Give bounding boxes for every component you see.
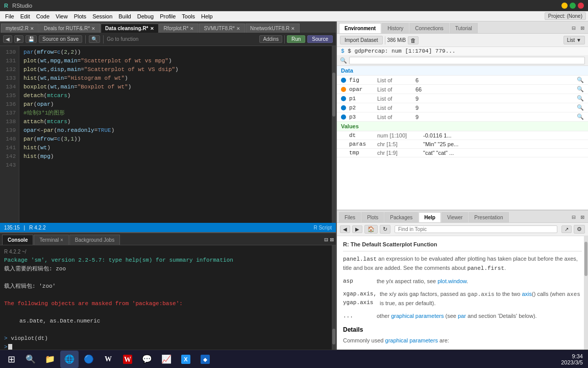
taskbar-app-6[interactable]: ◆ [196, 351, 214, 368]
code-scrollbar[interactable] [332, 46, 336, 223]
run-btn[interactable]: Run [287, 35, 305, 43]
env-search-input[interactable] [349, 57, 585, 64]
taskbar-app-2[interactable]: W [99, 351, 117, 368]
help-link-graphical-params-2[interactable]: graphical parameters [385, 337, 438, 343]
console-scrollbar[interactable] [332, 245, 336, 350]
menu-code[interactable]: Code [33, 13, 53, 19]
env-row-p3[interactable]: p3 List of 9 🔍 [337, 112, 588, 122]
list-view-btn[interactable]: List ▼ [564, 36, 585, 44]
search-btn[interactable]: 🔍 [89, 35, 100, 43]
help-search-input[interactable] [395, 225, 557, 233]
import-dataset-btn[interactable]: Import Dataset [340, 36, 383, 44]
app-title: RStudio [12, 3, 32, 9]
help-refresh-btn[interactable]: ↻ [380, 225, 390, 234]
env-row-tmp[interactable]: tmp chr [1:9] "cat" "cat" ... [337, 149, 588, 157]
env-search-p1[interactable]: 🔍 [577, 95, 584, 102]
taskbar-app-3[interactable]: W [118, 351, 137, 368]
env-row-opar[interactable]: opar List of 66 🔍 [337, 85, 588, 94]
taskbar-app-wechat[interactable]: 💬 [138, 351, 156, 368]
close-btn[interactable] [578, 3, 584, 9]
tab-rforplot[interactable]: Rforplot.R* ✕ [159, 24, 199, 33]
env-value-dt: -0.0116 1... [423, 132, 452, 139]
env-minimize-icon[interactable]: ⊟ [571, 25, 577, 32]
env-row-p1[interactable]: p1 List of 9 🔍 [337, 94, 588, 103]
env-row-dt[interactable]: dt num [1:100] -0.0116 1... [337, 131, 588, 140]
taskbar-search-btn[interactable]: 🔍 [21, 351, 40, 368]
files-tab-help[interactable]: Help [419, 212, 441, 222]
console-input[interactable]: > [4, 343, 330, 350]
clear-env-btn[interactable]: 🗑 [408, 36, 419, 44]
menu-file[interactable]: File [2, 13, 17, 19]
console-tab-background[interactable]: Background Jobs [69, 235, 120, 245]
nav-back-btn[interactable]: ◀ [3, 35, 12, 43]
taskbar-time-display: 9:34 2023/3/5 [561, 353, 586, 365]
env-maximize-icon[interactable]: ⊠ [579, 25, 586, 32]
menu-help[interactable]: Help [198, 13, 216, 19]
taskbar-app-browser[interactable]: 🌐 [60, 351, 79, 368]
source-on-save-btn[interactable]: Source on Save [39, 35, 82, 43]
cursor-position: 135:15 [4, 225, 20, 231]
files-minimize-icon[interactable]: ⊟ [571, 214, 577, 221]
maximize-btn[interactable] [570, 3, 576, 9]
nav-forward-btn[interactable]: ▶ [14, 35, 23, 43]
windows-start-btn[interactable]: ⊞ [2, 351, 20, 368]
console-maximize-icon[interactable]: ⊠ [330, 236, 334, 244]
taskbar-app-1[interactable]: 🔵 [80, 351, 98, 368]
menu-debug[interactable]: Debug [134, 13, 157, 19]
console-tab-terminal[interactable]: Terminal × [34, 235, 68, 245]
console-tab-console[interactable]: Console [2, 235, 33, 245]
help-link-plot-window[interactable]: plot.window [437, 278, 467, 284]
help-forward-btn[interactable]: ▶ [352, 225, 362, 233]
taskbar-app-5[interactable]: X [177, 351, 195, 368]
files-tab-plots[interactable]: Plots [361, 212, 384, 222]
menu-tools[interactable]: Tools [179, 13, 198, 19]
menu-plots[interactable]: Plots [71, 13, 89, 19]
files-tab-presentation[interactable]: Presentation [469, 212, 508, 222]
env-search-opar[interactable]: 🔍 [577, 86, 584, 93]
env-search-p2[interactable]: 🔍 [577, 104, 584, 111]
menu-edit[interactable]: Edit [17, 13, 33, 19]
help-home-btn[interactable]: 🏠 [364, 225, 378, 234]
values-section-title: Values [337, 122, 588, 131]
env-row-p2[interactable]: p2 List of 9 🔍 [337, 103, 588, 112]
env-search-fig[interactable]: 🔍 [577, 77, 584, 83]
help-back-btn[interactable]: ◀ [340, 225, 350, 233]
env-tab-environment[interactable]: Environment [339, 23, 381, 33]
help-link-axis[interactable]: axis [522, 291, 532, 297]
tab-mytest2[interactable]: mytest2.R ✕ [1, 24, 39, 33]
env-tab-history[interactable]: History [382, 23, 409, 33]
files-tab-viewer[interactable]: Viewer [442, 212, 468, 222]
tab-svmutf8[interactable]: SVMUTF8.R* ✕ [199, 24, 245, 33]
help-scrollbar[interactable] [584, 236, 588, 350]
addins-btn[interactable]: Addins [259, 35, 282, 43]
minimize-btn[interactable] [561, 3, 568, 9]
menu-profile[interactable]: Profile [157, 13, 179, 19]
help-link-graphical-params[interactable]: graphical parameters [391, 313, 444, 319]
code-editor[interactable]: 130131132133134 135136137138139 14014114… [0, 46, 336, 223]
help-settings-btn[interactable]: ⚙ [574, 225, 585, 234]
files-tab-files[interactable]: Files [339, 212, 361, 222]
env-row-fig[interactable]: fig List of 6 🔍 [337, 76, 588, 85]
taskbar-app-4[interactable]: 📈 [157, 351, 176, 368]
tab-nnetwork[interactable]: NnetworkUTF8.R ✕ [246, 24, 300, 33]
menu-session[interactable]: Session [89, 13, 115, 19]
env-search-p3[interactable]: 🔍 [577, 113, 584, 120]
env-tab-tutorial[interactable]: Tutorial [450, 23, 478, 33]
code-content[interactable]: par(mfrow=c(2,2)) plot(wt,mpg,main="Scat… [19, 46, 332, 223]
help-link-par[interactable]: par [458, 313, 466, 319]
taskbar-file-explorer[interactable]: 📁 [41, 351, 59, 368]
source-btn[interactable]: Source [307, 35, 333, 43]
console-content[interactable]: R 4.2.2 ~/ Package 'sm', version 2.2-5.7… [0, 245, 336, 350]
files-tab-packages[interactable]: Packages [384, 212, 418, 222]
env-tab-connections[interactable]: Connections [409, 23, 449, 33]
help-external-btn[interactable]: ↗ [561, 225, 572, 233]
tab-deals[interactable]: Deals for RUTF&.R* ✕ [39, 24, 100, 33]
memory-display: 386 MiB [387, 37, 406, 43]
env-row-paras[interactable]: paras chr [1:5] "Min" "25 pe... [337, 140, 588, 149]
menu-view[interactable]: View [53, 13, 71, 19]
tab-data-cleansing[interactable]: Data cleansing.R* ✕ [101, 24, 158, 33]
save-btn[interactable]: 💾 [26, 35, 37, 43]
console-minimize-icon[interactable]: ⊟ [325, 236, 328, 244]
files-maximize-icon[interactable]: ⊠ [579, 214, 586, 221]
menu-build[interactable]: Build [115, 13, 134, 19]
